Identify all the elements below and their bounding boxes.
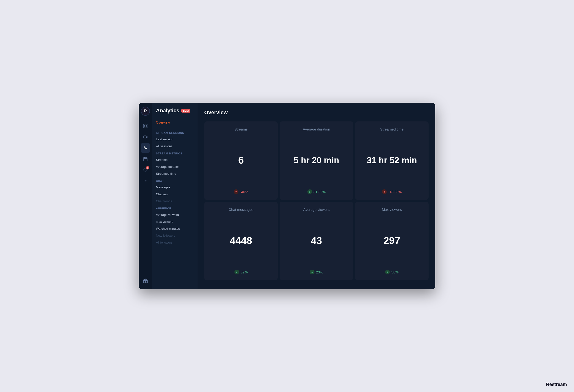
metric-value-streamed-time: 31 hr 52 min bbox=[367, 156, 417, 165]
nav-all-sessions[interactable]: All sessions bbox=[152, 143, 198, 150]
nav-icon-gift[interactable] bbox=[141, 276, 150, 285]
nav-messages[interactable]: Messages bbox=[152, 184, 198, 191]
nav-icon-more[interactable] bbox=[141, 176, 150, 186]
main-content: Overview Streams 6 ▼ -40% Average durati… bbox=[198, 103, 435, 289]
section-stream-metrics: Stream Metrics bbox=[152, 150, 198, 156]
nav-all-followers: All followers bbox=[152, 239, 198, 246]
app-title-container: Analytics Beta bbox=[152, 108, 198, 118]
metric-value-avg-viewers: 43 bbox=[311, 236, 322, 246]
nav-sidebar: Analytics Beta Overview Stream Sessions … bbox=[152, 103, 198, 289]
metric-card-streams: Streams 6 ▼ -40% bbox=[204, 121, 278, 200]
nav-icon-video[interactable] bbox=[141, 132, 150, 142]
metric-card-streamed-time: Streamed time 31 hr 52 min ▼ -18.83% bbox=[355, 121, 429, 200]
metric-value-streams: 6 bbox=[238, 155, 244, 165]
metric-label-avg-viewers: Average viewers bbox=[303, 207, 330, 212]
metric-value-chat-messages: 4448 bbox=[230, 236, 252, 246]
svg-rect-4 bbox=[144, 136, 146, 138]
logo-button[interactable]: R bbox=[141, 107, 150, 116]
svg-rect-2 bbox=[144, 126, 145, 128]
change-arrow-streams: ▼ bbox=[234, 189, 238, 194]
metrics-grid: Streams 6 ▼ -40% Average duration 5 hr 2… bbox=[204, 121, 429, 280]
change-text-chat-messages: 32% bbox=[241, 270, 248, 274]
metric-card-avg-viewers: Average viewers 43 ▲ 23% bbox=[280, 202, 353, 280]
nav-overview[interactable]: Overview bbox=[152, 118, 198, 126]
metric-change-streamed-time: ▼ -18.83% bbox=[382, 189, 402, 194]
nav-new-followers: New followers bbox=[152, 232, 198, 239]
nav-average-duration[interactable]: Average duration bbox=[152, 163, 198, 170]
svg-rect-1 bbox=[146, 124, 147, 126]
notification-badge: 1 bbox=[146, 166, 149, 170]
metric-value-avg-duration: 5 hr 20 min bbox=[294, 156, 339, 165]
metric-label-avg-duration: Average duration bbox=[303, 127, 330, 131]
change-arrow-streamed-time: ▼ bbox=[382, 189, 387, 194]
nav-icon-home[interactable] bbox=[141, 121, 150, 131]
svg-rect-0 bbox=[144, 124, 145, 126]
metric-change-streams: ▼ -40% bbox=[234, 189, 248, 194]
nav-chatters[interactable]: Chatters bbox=[152, 191, 198, 198]
change-text-streams: -40% bbox=[240, 190, 248, 194]
restream-brand: Restream bbox=[546, 382, 567, 387]
svg-rect-5 bbox=[144, 157, 147, 161]
nav-max-viewers[interactable]: Max viewers bbox=[152, 218, 198, 225]
metric-card-chat-messages: Chat messages 4448 ▲ 32% bbox=[204, 202, 278, 280]
nav-average-viewers[interactable]: Average viewers bbox=[152, 211, 198, 218]
beta-badge: Beta bbox=[181, 109, 190, 113]
section-chat: Chat bbox=[152, 177, 198, 184]
metric-label-streamed-time: Streamed time bbox=[380, 127, 404, 131]
change-text-max-viewers: 58% bbox=[391, 270, 398, 274]
svg-rect-3 bbox=[146, 126, 147, 128]
svg-point-8 bbox=[145, 180, 146, 181]
metric-change-avg-duration: ▲ 31.32% bbox=[307, 189, 326, 194]
section-audience: Audience bbox=[152, 205, 198, 211]
metric-card-avg-duration: Average duration 5 hr 20 min ▲ 31.32% bbox=[280, 121, 353, 200]
nav-last-session[interactable]: Last session bbox=[152, 136, 198, 143]
icon-sidebar: R 1 bbox=[139, 103, 152, 289]
app-title: Analytics bbox=[156, 108, 179, 114]
nav-streams[interactable]: Streams bbox=[152, 156, 198, 163]
change-text-avg-viewers: 23% bbox=[316, 270, 323, 274]
metric-change-max-viewers: ▲ 58% bbox=[385, 270, 398, 274]
metric-change-avg-viewers: ▲ 23% bbox=[310, 270, 323, 274]
change-arrow-max-viewers: ▲ bbox=[385, 270, 390, 274]
metric-value-max-viewers: 297 bbox=[383, 236, 400, 246]
nav-watched-minutes[interactable]: Watched minutes bbox=[152, 225, 198, 232]
svg-point-7 bbox=[144, 180, 144, 181]
metric-card-max-viewers: Max viewers 297 ▲ 58% bbox=[355, 202, 429, 280]
metric-label-chat-messages: Chat messages bbox=[229, 207, 253, 212]
metric-label-streams: Streams bbox=[234, 127, 248, 131]
nav-streamed-time[interactable]: Streamed time bbox=[152, 170, 198, 177]
svg-point-9 bbox=[146, 180, 147, 181]
page-title: Overview bbox=[204, 109, 429, 116]
change-arrow-avg-duration: ▲ bbox=[307, 189, 312, 194]
nav-icon-calendar[interactable] bbox=[141, 154, 150, 164]
change-text-avg-duration: 31.32% bbox=[313, 190, 326, 194]
metric-change-chat-messages: ▲ 32% bbox=[234, 270, 248, 274]
section-stream-sessions: Stream Sessions bbox=[152, 129, 198, 136]
nav-icon-diamond[interactable]: 1 bbox=[141, 165, 150, 175]
change-arrow-avg-viewers: ▲ bbox=[310, 270, 314, 274]
change-text-streamed-time: -18.83% bbox=[388, 190, 402, 194]
nav-chat-trends: Chat trends bbox=[152, 198, 198, 205]
change-arrow-chat-messages: ▲ bbox=[234, 270, 239, 274]
app-container: R 1 bbox=[139, 103, 435, 289]
metric-label-max-viewers: Max viewers bbox=[382, 207, 402, 212]
nav-icon-analytics[interactable] bbox=[141, 143, 150, 153]
